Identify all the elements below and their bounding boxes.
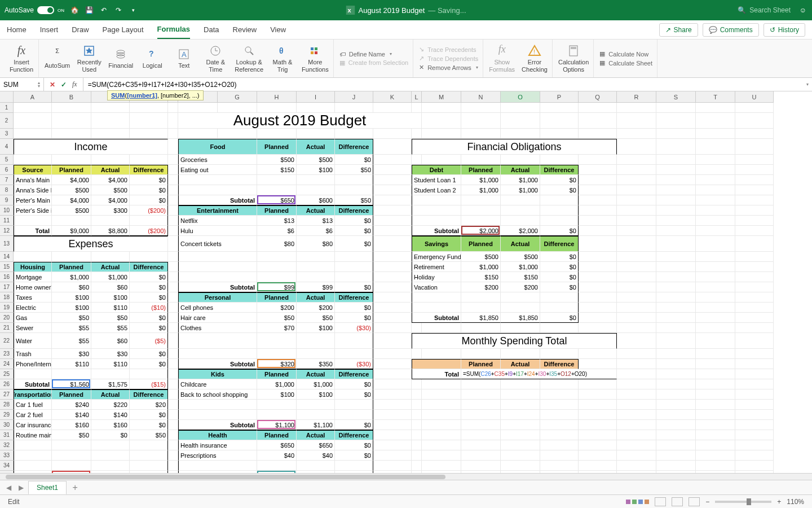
cell-J8[interactable]: [335, 185, 373, 195]
cell-A30[interactable]: Car insurance: [14, 420, 52, 430]
cell-B34[interactable]: [52, 461, 91, 471]
cell-U32[interactable]: [735, 440, 774, 450]
cell-U7[interactable]: [735, 175, 774, 185]
cell-O20[interactable]: $1,850: [501, 313, 540, 323]
cell-C17[interactable]: $60: [91, 282, 130, 292]
cell-Q29[interactable]: [579, 410, 617, 420]
cell-D11[interactable]: [130, 216, 168, 226]
cell-K10[interactable]: [373, 205, 412, 216]
cell-K11[interactable]: [373, 216, 412, 226]
cell-U34[interactable]: [735, 461, 774, 471]
cell-J5[interactable]: $0: [335, 155, 373, 165]
cell-L31[interactable]: [412, 430, 422, 440]
cell-H11[interactable]: $13: [257, 216, 297, 226]
cell-Q6[interactable]: [579, 165, 617, 175]
cell-R3[interactable]: [617, 129, 656, 139]
cell-S14[interactable]: [656, 252, 696, 262]
cell-Q9[interactable]: [579, 195, 617, 205]
row-header-19[interactable]: 19: [0, 303, 14, 313]
row-header-30[interactable]: 30: [0, 420, 14, 430]
cell-H18[interactable]: Planned: [257, 292, 297, 303]
cell-P14[interactable]: $0: [540, 252, 579, 262]
cell-A18[interactable]: Taxes: [14, 292, 52, 303]
cell-A2[interactable]: [14, 113, 52, 129]
cell-K32[interactable]: [373, 440, 412, 450]
cell-U4[interactable]: [735, 139, 774, 155]
cell-E12[interactable]: [168, 226, 178, 236]
cell-O5[interactable]: [501, 155, 540, 165]
cell-E2[interactable]: [168, 113, 178, 129]
cell-M21[interactable]: [422, 323, 461, 333]
cell-F4[interactable]: Food: [178, 139, 257, 155]
cell-E24[interactable]: [168, 359, 178, 369]
autosave-toggle[interactable]: AutoSave ON: [5, 6, 64, 14]
cell-I10[interactable]: Actual: [297, 205, 335, 216]
cell-E4[interactable]: [168, 139, 178, 155]
cell-S20[interactable]: [656, 313, 696, 323]
cell-D19[interactable]: ($10): [130, 303, 168, 313]
cell-B33[interactable]: [52, 450, 91, 461]
cell-L32[interactable]: [412, 440, 422, 450]
cell-F12[interactable]: Hulu: [178, 226, 257, 236]
cell-T23[interactable]: [696, 349, 735, 359]
cell-F18[interactable]: Personal: [178, 292, 257, 303]
cell-P3[interactable]: [540, 129, 579, 139]
row-header-26[interactable]: 26: [0, 379, 14, 389]
cell-O23[interactable]: [501, 349, 540, 359]
cell-H17[interactable]: $99: [257, 282, 297, 292]
cell-F5[interactable]: Groceries: [178, 155, 257, 165]
cell-F30[interactable]: Subtotal: [178, 420, 257, 430]
row-header-34[interactable]: 34: [0, 461, 14, 471]
cell-L8[interactable]: Student Loan 2: [412, 185, 461, 195]
recently-used-button[interactable]: Recently Used: [77, 44, 102, 72]
cell-N7[interactable]: $1,000: [461, 175, 501, 185]
cell-J11[interactable]: $0: [335, 216, 373, 226]
cell-L14[interactable]: Emergency Fund: [412, 252, 461, 262]
cell-H25[interactable]: Planned: [257, 369, 297, 379]
more-functions-button[interactable]: More Functions: [302, 44, 329, 72]
col-header-L[interactable]: L: [412, 91, 422, 103]
cell-A14[interactable]: [14, 252, 52, 262]
cell-R29[interactable]: [617, 410, 656, 420]
cell-I15[interactable]: [297, 262, 335, 272]
cell-B27[interactable]: Planned: [52, 389, 91, 400]
cell-J7[interactable]: [335, 175, 373, 185]
cell-U5[interactable]: [735, 155, 774, 165]
cell-B24[interactable]: $110: [52, 359, 91, 369]
cell-O26[interactable]: [501, 379, 540, 389]
row-header-21[interactable]: 21: [0, 323, 14, 333]
cell-E16[interactable]: [168, 272, 178, 282]
cell-A8[interactable]: Anna's Side Income: [14, 185, 52, 195]
cell-Q2[interactable]: [579, 113, 617, 129]
cell-Q21[interactable]: [579, 323, 617, 333]
cell-T15[interactable]: [696, 262, 735, 272]
cell-Q28[interactable]: [579, 400, 617, 410]
cell-L15[interactable]: Retirement: [412, 262, 461, 272]
cell-S1[interactable]: [656, 103, 696, 113]
cell-J18[interactable]: Difference: [335, 292, 373, 303]
cell-H33[interactable]: $40: [257, 450, 297, 461]
cell-U16[interactable]: [735, 272, 774, 282]
row-header-23[interactable]: 23: [0, 349, 14, 359]
cell-L24[interactable]: [412, 359, 461, 369]
row-header-4[interactable]: 4: [0, 139, 14, 155]
cell-I26[interactable]: $1,000: [297, 379, 335, 389]
cell-Q30[interactable]: [579, 420, 617, 430]
cell-I19[interactable]: $200: [297, 303, 335, 313]
cell-I33[interactable]: $40: [297, 450, 335, 461]
cell-O2[interactable]: [501, 113, 540, 129]
cell-Q27[interactable]: [579, 389, 617, 400]
cell-C26[interactable]: $1,575: [91, 379, 130, 389]
zoom-out-icon[interactable]: −: [705, 498, 709, 506]
cell-F20[interactable]: Hair care: [178, 313, 257, 323]
cell-R16[interactable]: [617, 272, 656, 282]
row-header-13[interactable]: 13: [0, 236, 14, 252]
cell-N10[interactable]: [461, 205, 501, 216]
cell-O14[interactable]: $500: [501, 252, 540, 262]
cell-L10[interactable]: [412, 205, 461, 216]
cell-K29[interactable]: [373, 410, 412, 420]
tab-insert[interactable]: Insert: [40, 20, 59, 39]
cell-D6[interactable]: Difference: [130, 165, 168, 175]
cell-L30[interactable]: [412, 420, 422, 430]
cell-O11[interactable]: [501, 216, 540, 226]
